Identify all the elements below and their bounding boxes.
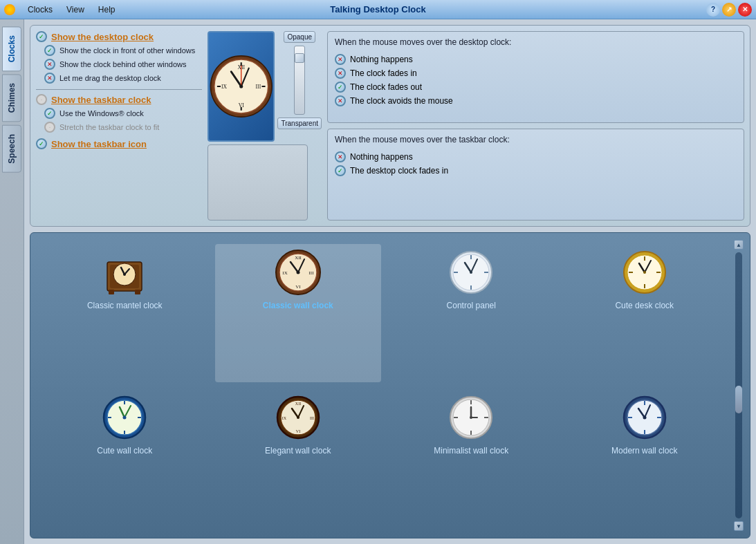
restore-button[interactable]: ↗ — [722, 3, 736, 17]
windows-clock-row: ✓ Use the Windows® clock — [44, 108, 202, 119]
menu-clocks[interactable]: Clocks — [22, 3, 58, 16]
svg-text:III: III — [256, 84, 261, 90]
svg-text:IX: IX — [221, 84, 228, 90]
mouse-fadein-desktop-label: The clock fades in — [350, 68, 417, 78]
svg-text:XII: XII — [295, 255, 302, 261]
drag-clock-row: ✕ Let me drag the desktop clock — [44, 73, 202, 84]
clock-item-classic-mantel[interactable]: Classic mantel clock — [42, 244, 208, 382]
clock-item-cute-wall[interactable]: Cute wall clock — [42, 389, 208, 527]
front-windows-row: ✓ Show the clock in front of other windo… — [44, 45, 202, 56]
clock-item-minimalist-wall[interactable]: Minimalist wall clock — [388, 389, 555, 527]
mouse-nothing-desktop: ✕ Nothing happens — [335, 54, 737, 65]
taskbar-clock-header-row: · Show the taskbar clock — [36, 94, 202, 105]
elegant-wall-label: Elegant wall clock — [265, 446, 331, 456]
clock-item-cute-desk[interactable]: Cute desk clock — [562, 244, 728, 382]
desktop-clock-title[interactable]: Show the desktop clock — [51, 32, 154, 42]
mouse-fadein-desktop: ✕ The clock fades in — [335, 68, 737, 79]
taskbar-clock-check[interactable]: · — [36, 94, 47, 105]
settings-section: ✓ Show the desktop clock ✓ Show the cloc… — [36, 31, 202, 221]
minimalist-wall-clock-svg — [447, 393, 495, 442]
drag-clock-check[interactable]: ✕ — [44, 73, 55, 84]
clock-preview-desktop: XII III VI IX — [208, 31, 275, 142]
close-button[interactable]: ✕ — [738, 3, 752, 17]
clock-item-modern-wall[interactable]: Modern wall clock — [562, 389, 728, 527]
svg-point-67 — [297, 416, 299, 419]
mouse-fadeout-desktop-label: The clock fades out — [350, 82, 422, 92]
stretch-clock-check[interactable]: · — [44, 122, 55, 133]
svg-text:XII: XII — [295, 402, 301, 406]
mouse-section: When the mouse moves over the desktop cl… — [327, 31, 744, 221]
mouse-fadein-desktop-check[interactable]: ✕ — [335, 68, 346, 79]
clock-item-control-panel[interactable]: Control panel — [388, 244, 555, 382]
svg-text:VI: VI — [295, 284, 301, 290]
preview-top: XII III VI IX — [208, 31, 322, 142]
tab-chimes[interactable]: Chimes — [2, 74, 21, 122]
desktop-mouse-group: When the mouse moves over the desktop cl… — [327, 31, 744, 123]
mouse-fadeout-desktop: ✓ The clock fades out — [335, 82, 737, 93]
mouse-fadein-taskbar-check[interactable]: ✓ — [335, 165, 346, 176]
opacity-slider-track[interactable] — [294, 46, 305, 115]
clock-item-elegant-wall[interactable]: XII III VI IX Elegant wall clock — [215, 389, 382, 527]
windows-clock-label: Use the Windows® clock — [59, 109, 144, 118]
desktop-clock-group: ✓ Show the desktop clock ✓ Show the cloc… — [36, 31, 202, 84]
mouse-avoids-desktop: ✕ The clock avoids the mouse — [335, 95, 737, 106]
scroll-thumb[interactable] — [735, 386, 742, 413]
svg-text:IX: IX — [282, 416, 287, 420]
opaque-label: Opaque — [284, 31, 315, 43]
taskbar-clock-title[interactable]: Show the taskbar clock — [51, 95, 151, 105]
menu-help[interactable]: Help — [93, 3, 121, 16]
mouse-nothing-taskbar-check[interactable]: ✕ — [335, 151, 346, 162]
mouse-nothing-taskbar: ✕ Nothing happens — [335, 151, 737, 162]
scroll-down-button[interactable]: ▼ — [734, 521, 744, 531]
svg-text:VI: VI — [296, 429, 300, 433]
control-panel-label: Control panel — [447, 301, 496, 310]
svg-text:III: III — [308, 270, 314, 276]
windows-clock-check[interactable]: ✓ — [44, 108, 55, 119]
taskbar-clock-group: · Show the taskbar clock ✓ Use the Windo… — [36, 94, 202, 133]
opacity-slider-container: Opaque Transparent — [277, 31, 322, 129]
mouse-nothing-desktop-check[interactable]: ✕ — [335, 54, 346, 65]
tab-speech[interactable]: Speech — [2, 125, 21, 173]
modern-wall-clock-svg — [620, 393, 669, 442]
cute-wall-label: Cute wall clock — [97, 446, 152, 456]
svg-rect-21 — [109, 290, 114, 294]
front-windows-check[interactable]: ✓ — [44, 45, 55, 56]
cute-desk-clock-svg — [620, 248, 669, 297]
side-tabs: Clocks Chimes Speech — [0, 19, 24, 544]
help-button[interactable]: ? — [706, 3, 720, 17]
taskbar-mouse-title: When the mouse moves over the taskbar cl… — [335, 135, 737, 146]
front-windows-label: Show the clock in front of other windows — [59, 46, 195, 55]
svg-point-14 — [239, 84, 243, 88]
drag-clock-label: Let me drag the desktop clock — [59, 74, 161, 82]
mouse-nothing-desktop-label: Nothing happens — [350, 55, 413, 64]
menu-view[interactable]: View — [61, 3, 90, 16]
desktop-clock-check[interactable]: ✓ — [36, 31, 47, 42]
modern-wall-label: Modern wall clock — [611, 446, 677, 456]
tab-clocks[interactable]: Clocks — [2, 26, 21, 71]
scroll-track[interactable] — [735, 252, 742, 518]
svg-point-31 — [296, 271, 299, 274]
behind-windows-label: Show the clock behind other windows — [59, 60, 186, 68]
svg-text:VI: VI — [239, 102, 245, 109]
svg-text:III: III — [310, 416, 314, 420]
taskbar-icon-check[interactable]: ✓ — [36, 138, 47, 149]
stretch-clock-row: · Stretch the taskbar clock to fit — [44, 122, 202, 133]
svg-point-85 — [643, 415, 646, 419]
mouse-avoids-desktop-check[interactable]: ✕ — [335, 95, 346, 106]
content-area: ✓ Show the desktop clock ✓ Show the cloc… — [24, 19, 756, 544]
svg-rect-22 — [135, 290, 140, 294]
scroll-up-button[interactable]: ▲ — [734, 240, 744, 250]
title-bar-left: Clocks View Help — [4, 3, 121, 16]
menu-bar: Clocks View Help — [22, 3, 121, 16]
behind-windows-check[interactable]: ✕ — [44, 59, 55, 70]
opacity-slider-thumb[interactable] — [295, 53, 304, 63]
mouse-fadeout-desktop-check[interactable]: ✓ — [335, 82, 346, 93]
transparent-label: Transparent — [277, 118, 322, 129]
app-title: Talking Desktop Clock — [330, 4, 425, 15]
cute-desk-label: Cute desk clock — [615, 301, 674, 310]
taskbar-icon-label[interactable]: Show the taskbar icon — [51, 139, 147, 149]
clock-item-classic-wall[interactable]: XII III VI IX Classic wall clock — [215, 244, 382, 382]
desktop-clock-header-row: ✓ Show the desktop clock — [36, 31, 202, 42]
mouse-nothing-taskbar-label: Nothing happens — [350, 152, 413, 162]
clock-preview-svg: XII III VI IX — [209, 48, 273, 124]
